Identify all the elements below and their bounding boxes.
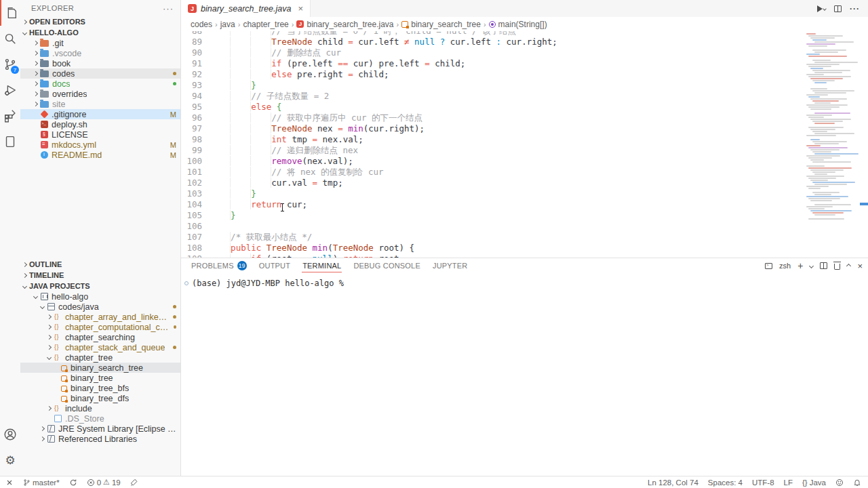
source-control-button[interactable]: 7 [0,52,20,77]
feedback-smiley-icon[interactable] [835,479,844,487]
indent-guides [210,232,231,242]
terminal-shell-picker[interactable]: zsh [779,262,791,270]
extensions-button[interactable] [0,103,20,129]
java-projects-section[interactable]: JAVA PROJECTS [20,281,180,291]
code-editor[interactable]: 8889909192939495969798991001011021031041… [181,31,868,258]
jp-chapter-stack-and-queue[interactable]: chapter_stack_and_queue [20,342,180,352]
tab-binary-search-tree[interactable]: J binary_search_tree.java × [181,0,311,17]
file-docs[interactable]: docs [20,79,180,89]
code-line: // 子结点数量 = 2 [210,91,804,102]
run-debug-button[interactable] [0,77,20,103]
code-area[interactable]: // 当子结点数量 = 0 / 1 时， child = null / 该子结点… [210,31,804,258]
code-line: // 将 nex 的值复制给 cur [210,167,804,178]
root-folder-section[interactable]: HELLO-ALGO [20,27,180,38]
jp-jre-system-library-eclipse-temurin-17-17-[interactable]: JRE System Library [Eclipse Temurin 17 [… [20,424,180,434]
jp-referenced-libraries[interactable]: Referenced Libraries [20,434,180,444]
split-editor-icon[interactable] [834,5,842,12]
minimap-line [806,165,825,167]
minimap-line [808,96,820,98]
tree-item-label: .vscode [52,49,81,58]
encoding-status[interactable]: UTF-8 [752,479,774,487]
new-terminal-button[interactable]: + [797,260,803,271]
panel-tab-terminal[interactable]: TERMINAL [302,259,342,272]
sync-changes-button[interactable] [69,479,77,487]
minimap[interactable] [804,31,860,258]
jp--ds-store[interactable]: .DS_Store [20,413,180,424]
file-site[interactable]: site [20,99,180,109]
open-editors-section[interactable]: OPEN EDITORS [20,16,180,27]
breadcrumb-item-2[interactable]: java [220,20,235,29]
run-button[interactable] [817,5,826,12]
breadcrumb-item-3[interactable]: chapter_tree [243,20,288,29]
breadcrumb-item-4[interactable]: Jbinary_search_tree.java [296,20,393,29]
file-license[interactable]: LICENSE [20,129,180,140]
terminal-viewport[interactable]: (base) jyd@JYD-MBP hello-algo % [181,273,868,476]
file-mkdocs-yml[interactable]: mkdocs.ymlM [20,140,180,150]
jp-chapter-tree[interactable]: chapter_tree [20,352,180,363]
search-button[interactable] [0,26,20,52]
explorer-button[interactable] [0,0,20,26]
file--git[interactable]: .git [20,38,180,48]
minimap-gap [804,201,860,203]
braces-icon [54,354,62,361]
jp-chapter-computational-complexity[interactable]: chapter_computational_complexity [20,322,180,332]
git-branch-status[interactable]: master* [23,479,60,487]
jp-binary-tree-dfs[interactable]: binary_tree_dfs [20,393,180,403]
jp-binary-tree[interactable]: binary_tree [20,373,180,383]
minimap-line [806,115,832,116]
file-deploy-sh[interactable]: deploy.sh [20,119,180,129]
eol-status[interactable]: LF [784,479,793,487]
file-tree: .git.vscodebookcodesdocsoverridessite.gi… [20,38,180,160]
terminal-dropdown-chevron-icon[interactable] [809,263,814,268]
notebook-button[interactable] [0,129,20,155]
file-codes[interactable]: codes [20,68,180,79]
jp-chapter-searching[interactable]: chapter_searching [20,332,180,342]
jp-binary-tree-bfs[interactable]: binary_tree_bfs [20,383,180,393]
minimap-gap [804,216,860,218]
language-mode[interactable]: {} Java [802,479,826,487]
jp-include[interactable]: include [20,403,180,413]
editor-scrollbar[interactable] [860,31,868,258]
kill-terminal-icon[interactable] [834,264,840,270]
branch-icon [23,479,31,487]
file--vscode[interactable]: .vscode [20,48,180,58]
rocket-icon[interactable] [130,479,138,487]
cursor-position[interactable]: Ln 128, Col 74 [648,479,698,487]
code-token: public [231,243,261,253]
close-panel-icon[interactable]: × [857,261,863,271]
sidebar-more-actions-button[interactable]: ··· [163,3,174,14]
close-icon[interactable]: × [298,3,303,14]
notifications-bell-icon[interactable] [853,479,861,487]
minimap-line [806,104,848,106]
remote-indicator-icon[interactable] [5,479,14,487]
account-button[interactable] [0,422,20,447]
jp-hello-algo[interactable]: hello-algo [20,291,180,302]
outline-section[interactable]: OUTLINE [20,259,180,270]
minimap-line [808,167,852,169]
breadcrumb-item-6[interactable]: main(String[]) [489,20,547,29]
file-book[interactable]: book [20,58,180,68]
maximize-panel-chevron-icon[interactable] [846,263,851,268]
file-overrides[interactable]: overrides [20,89,180,99]
file--gitignore[interactable]: .gitignoreM [20,109,180,119]
breadcrumb-item-5[interactable]: binary_search_tree [401,20,481,29]
split-terminal-icon[interactable] [820,262,827,269]
jp-binary-search-tree[interactable]: binary_search_tree [20,363,180,373]
file-readme-md[interactable]: README.mdM [20,150,180,160]
panel-tab-debug-console[interactable]: DEBUG CONSOLE [353,259,421,272]
panel-tab-jupyter[interactable]: JUPYTER [432,259,469,272]
breadcrumb-item-1[interactable]: codes [191,20,212,29]
error-icon [87,479,95,487]
panel-tab-problems[interactable]: PROBLEMS19 [191,259,248,272]
more-actions-icon[interactable]: ··· [850,4,860,14]
jp-chapter-array-and-linkedlist[interactable]: chapter_array_and_linkedlist [20,312,180,322]
settings-button[interactable]: ⚙ [0,447,20,473]
no-chevron [54,366,58,369]
indentation-status[interactable]: Spaces: 4 [708,479,743,487]
problems-status[interactable]: 0 ⚠ 19 [87,478,121,487]
library-icon [47,435,55,443]
code-token: root) { [374,243,414,253]
panel-tab-output[interactable]: OUTPUT [258,259,291,272]
jp-codes-java[interactable]: codes/java [20,302,180,312]
timeline-section[interactable]: TIMELINE [20,270,180,281]
